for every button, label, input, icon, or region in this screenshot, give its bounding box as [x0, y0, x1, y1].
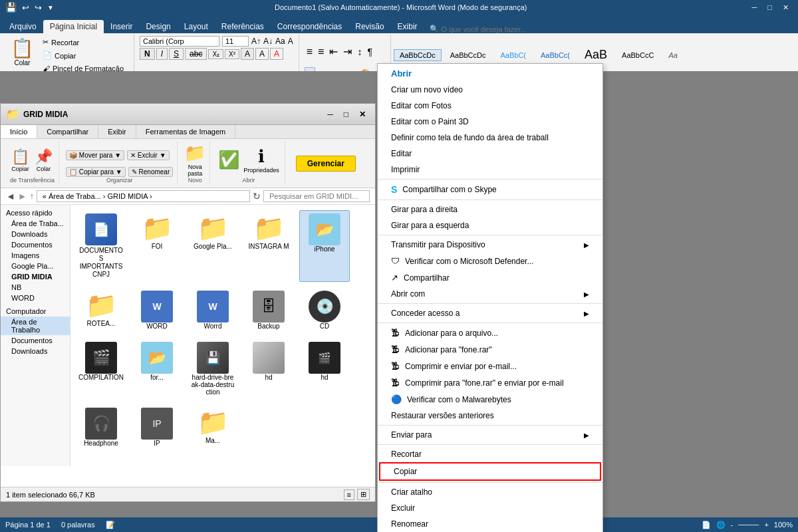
- nav-item-word[interactable]: WORD: [1, 293, 70, 303]
- refresh-button[interactable]: ↻: [253, 191, 261, 201]
- file-item-ma[interactable]: 📁 Ma...: [188, 404, 238, 450]
- cm-comprimir-fone-email[interactable]: 🗜 Comprimir para "fone.rar" e enviar por…: [378, 374, 602, 391]
- font-name-input[interactable]: [140, 36, 219, 47]
- copiar-button[interactable]: 📄 Copiar: [38, 49, 128, 62]
- ribbon-search-input[interactable]: [442, 25, 561, 33]
- cm-adicionar-arquivo[interactable]: 🗜 Adicionar para o arquivo...: [378, 325, 602, 341]
- grow-icon[interactable]: A↑: [251, 37, 261, 46]
- cm-criar-video[interactable]: Criar um novo vídeo: [378, 82, 602, 98]
- cm-girar-esquerda[interactable]: Girar para a esquerda: [378, 217, 602, 233]
- file-item-compilation[interactable]: 🎬 COMPILATION: [76, 338, 126, 399]
- cm-girar-direita[interactable]: Girar para a direita: [378, 201, 602, 217]
- text-color-button[interactable]: A: [241, 48, 254, 60]
- cm-abrir-com[interactable]: Abrir com ▶: [378, 286, 602, 302]
- cm-restaurar[interactable]: Restaurar versões anteriores: [378, 408, 602, 424]
- highlight-button[interactable]: A: [255, 48, 269, 60]
- gerenciar-button[interactable]: Gerenciar: [296, 156, 356, 172]
- font-size-input[interactable]: [222, 36, 249, 47]
- view-mode-icon[interactable]: 📄: [702, 521, 711, 529]
- indent-left-button[interactable]: ⇤: [327, 45, 340, 59]
- file-item-word[interactable]: W WORD: [132, 287, 182, 333]
- minimize-icon[interactable]: ─: [748, 3, 761, 12]
- nav-item-computador[interactable]: Computador: [1, 306, 70, 317]
- file-item-harddrive[interactable]: 💾 hard-drive-break-data-destruction: [188, 338, 238, 399]
- indent-right-button[interactable]: ⇥: [341, 45, 354, 59]
- sort-button[interactable]: ↕: [355, 46, 364, 58]
- cm-editar-fotos[interactable]: Editar com Fotos: [378, 98, 602, 114]
- case-icon[interactable]: Aa: [275, 37, 285, 46]
- style-titulo1[interactable]: AaBbC(: [494, 49, 532, 61]
- style-subtitulo[interactable]: AaBbCcC: [616, 49, 660, 61]
- nav-item-grid-midia[interactable]: GRID MIDIA: [1, 271, 70, 282]
- file-item-rotea[interactable]: 📁 ROTEA...: [76, 287, 126, 333]
- show-marks-button[interactable]: ¶: [365, 46, 374, 58]
- subscript-button[interactable]: X₂: [208, 49, 223, 59]
- ex-tab-ferramentas[interactable]: Ferramentas de Imagem: [136, 125, 235, 138]
- style-sem-espaco[interactable]: AaBbCcDc: [444, 49, 492, 61]
- ex-tab-compartilhar[interactable]: Compartilhar: [37, 125, 98, 138]
- excluir-button[interactable]: ✕ Excluir ▼: [127, 150, 169, 160]
- redo-icon[interactable]: ↪: [35, 3, 42, 13]
- style-normal[interactable]: AaBbCcDc: [394, 49, 442, 61]
- nova-pasta-button[interactable]: 📁 Nova pasta: [184, 143, 205, 177]
- file-item-iphone[interactable]: 📂 iPhone: [299, 210, 350, 282]
- strikethrough-button[interactable]: abc: [185, 48, 207, 60]
- renomear-button[interactable]: ✎ Renomear: [128, 167, 173, 177]
- cm-conceder-acesso[interactable]: Conceder acesso a ▶: [378, 305, 602, 321]
- cm-imprimir[interactable]: Imprimir: [378, 162, 602, 178]
- list-bullet-button[interactable]: ≡: [305, 45, 315, 59]
- bold-button[interactable]: N: [140, 48, 155, 60]
- explorer-minimize[interactable]: ─: [323, 110, 337, 119]
- nav-item-imagens[interactable]: Imagens: [1, 250, 70, 261]
- cm-recortar[interactable]: Recortar: [378, 446, 602, 462]
- file-item-documentos[interactable]: 📄 DOCUMENTOS IMPORTANTS CNPJ: [76, 210, 126, 282]
- underline-button[interactable]: S: [169, 48, 184, 60]
- nav-item-nb[interactable]: NB: [1, 282, 70, 293]
- nav-item-downloads[interactable]: Downloads: [1, 229, 70, 239]
- more-icon[interactable]: ▼: [47, 4, 54, 11]
- file-item-ip[interactable]: IP IP: [132, 404, 182, 450]
- explorer-close[interactable]: ✕: [355, 110, 370, 119]
- nav-item-area-trabalho[interactable]: Área de Traba...: [1, 218, 70, 229]
- cm-comprimir-email[interactable]: 🗜 Comprimir e enviar por e-mail...: [378, 358, 602, 374]
- list-view-button[interactable]: ≡: [344, 489, 354, 500]
- cm-copiar[interactable]: Copiar: [379, 462, 601, 481]
- grid-view-button[interactable]: ⊞: [357, 489, 370, 500]
- ex-copiar-button[interactable]: 📋 Copiar: [10, 147, 31, 174]
- cm-editar[interactable]: Editar: [378, 146, 602, 162]
- clear-format-icon[interactable]: A: [288, 37, 293, 46]
- zoom-in-button[interactable]: +: [764, 521, 768, 529]
- tab-inserir[interactable]: Inserir: [104, 20, 139, 33]
- style-titulo[interactable]: AaB: [579, 46, 613, 64]
- address-input[interactable]: [37, 190, 250, 202]
- close-icon[interactable]: ✕: [779, 3, 793, 12]
- ex-tab-inicio[interactable]: Início: [1, 125, 37, 138]
- file-item-for[interactable]: 📂 for...: [132, 338, 182, 399]
- cm-renomear[interactable]: Renomear: [378, 516, 602, 532]
- cm-definir-fundo[interactable]: Definir como tela de fundo da área de tr…: [378, 130, 602, 146]
- cm-compartilhar[interactable]: ↗ Compartilhar: [378, 269, 602, 286]
- style-enfase[interactable]: Aa: [662, 49, 683, 61]
- propriedades-button[interactable]: ℹ Propriedades: [242, 145, 281, 175]
- tab-referencias[interactable]: Referências: [215, 20, 271, 33]
- tab-arquivo[interactable]: Arquivo: [3, 20, 43, 33]
- style-titulo2[interactable]: AaBbCc(: [535, 49, 576, 61]
- tab-exibir[interactable]: Exibir: [391, 20, 424, 33]
- file-item-backup[interactable]: 🗄 Backup: [243, 287, 294, 333]
- file-item-hd1[interactable]: hd: [243, 338, 294, 399]
- nav-item-downloads2[interactable]: Downloads: [1, 346, 70, 356]
- cm-compartilhar-skype[interactable]: S Compartilhar com o Skype: [378, 181, 602, 198]
- back-button[interactable]: ◄: [6, 191, 15, 201]
- copiar-para-button[interactable]: 📋 Copiar para ▼: [66, 167, 126, 177]
- ex-tab-exibir[interactable]: Exibir: [98, 125, 136, 138]
- nav-item-acesso[interactable]: Acesso rápido: [1, 207, 70, 218]
- zoom-out-button[interactable]: -: [731, 521, 733, 529]
- cm-adicionar-fone[interactable]: 🗜 Adicionar para "fone.rar": [378, 341, 602, 358]
- nav-item-documentos[interactable]: Documentos: [1, 239, 70, 250]
- recortar-button[interactable]: ✂ Recortar: [38, 36, 128, 49]
- cm-enviar-para[interactable]: Enviar para ▶: [378, 427, 602, 443]
- cm-criar-atalho[interactable]: Criar atalho: [378, 484, 602, 500]
- cm-malwarebytes[interactable]: 🔵 Verificar com o Malwarebytes: [378, 391, 602, 408]
- tab-layout[interactable]: Layout: [178, 20, 215, 33]
- font-color-button[interactable]: A: [270, 48, 283, 60]
